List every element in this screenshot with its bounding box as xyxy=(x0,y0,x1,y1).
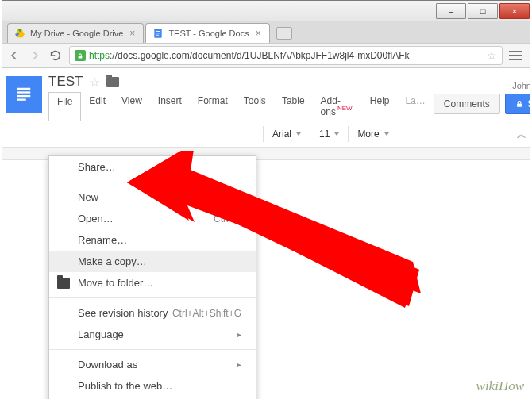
menu-file[interactable]: File xyxy=(48,92,81,121)
address-bar: https://docs.google.com/document/d/1UJBL… xyxy=(0,43,532,68)
menubar: File Edit View Insert Format Tools Table… xyxy=(48,92,434,121)
url-path: ://docs.google.com/document/d/1UJBLNfAAb… xyxy=(110,50,410,61)
window-titlebar: – □ × xyxy=(0,0,532,21)
window-minimize-button[interactable]: – xyxy=(436,3,466,19)
caret-down-icon xyxy=(296,132,301,136)
menu-item-language[interactable]: Language▸ xyxy=(49,324,256,345)
tab-docs[interactable]: TEST - Google Docs × xyxy=(145,23,269,43)
svg-rect-8 xyxy=(17,88,31,90)
tab-title: My Drive - Google Drive xyxy=(30,29,123,38)
menu-item-revision-history[interactable]: See revision historyCtrl+Alt+Shift+G xyxy=(49,302,256,324)
docs-header: TEST ☆ File Edit View Insert Format Tool… xyxy=(1,68,531,121)
caret-down-icon xyxy=(334,132,339,136)
menu-item-share[interactable]: Share… xyxy=(49,156,256,178)
svg-rect-10 xyxy=(17,95,31,97)
window-close-button[interactable]: × xyxy=(499,3,530,19)
menu-item-make-a-copy[interactable]: Make a copy… xyxy=(49,251,256,272)
menu-item-move-to-folder[interactable]: Move to folder… xyxy=(49,272,256,293)
folder-icon[interactable] xyxy=(106,77,119,87)
submenu-arrow-icon: ▸ xyxy=(237,330,241,339)
docs-logo[interactable] xyxy=(6,76,42,113)
comments-button[interactable]: Comments xyxy=(434,94,500,114)
shortcut-label: Ctrl+Alt+Shift+G xyxy=(172,308,241,319)
tab-close-icon[interactable]: × xyxy=(123,28,135,39)
menu-tools[interactable]: Tools xyxy=(236,92,274,121)
docs-app: TEST ☆ File Edit View Insert Format Tool… xyxy=(0,68,532,399)
lock-icon xyxy=(515,99,523,109)
menu-last-edit: La… xyxy=(397,92,433,121)
browser-tabs: My Drive - Google Drive × TEST - Google … xyxy=(0,21,532,43)
svg-rect-7 xyxy=(79,56,83,58)
menu-item-download-as[interactable]: Download as▸ xyxy=(49,354,256,375)
svg-rect-11 xyxy=(17,99,26,101)
menu-table[interactable]: Table xyxy=(274,92,313,121)
submenu-arrow-icon: ▸ xyxy=(237,193,241,201)
font-selector[interactable]: Arial xyxy=(267,128,306,140)
tab-close-icon[interactable]: × xyxy=(249,28,261,39)
shortcut-label: Ctrl+O xyxy=(214,213,241,224)
back-icon[interactable] xyxy=(7,48,21,63)
tab-title: TEST - Google Docs xyxy=(168,29,249,38)
star-icon[interactable]: ☆ xyxy=(89,75,100,90)
svg-rect-12 xyxy=(517,104,522,107)
share-button[interactable]: Share xyxy=(505,94,532,114)
file-menu-dropdown: Share… New▸ Open…Ctrl+O Rename… Make a c… xyxy=(48,155,256,399)
menu-item-open[interactable]: Open…Ctrl+O xyxy=(49,208,256,229)
menu-item-publish[interactable]: Publish to the web… xyxy=(49,375,256,397)
docs-toolbar: Arial 11 More ︽ xyxy=(1,121,531,148)
reload-icon[interactable] xyxy=(48,48,63,63)
tab-drive[interactable]: My Drive - Google Drive × xyxy=(7,23,144,43)
window-maximize-button[interactable]: □ xyxy=(468,3,498,19)
menu-addons[interactable]: Add-onsNEW! xyxy=(313,92,362,121)
menu-help[interactable]: Help xyxy=(362,92,398,121)
submenu-arrow-icon: ▸ xyxy=(237,360,241,369)
docs-favicon xyxy=(152,28,164,39)
user-name[interactable]: John Smith xyxy=(434,81,532,90)
menu-edit[interactable]: Edit xyxy=(81,92,114,121)
collapse-toolbar-icon[interactable]: ︽ xyxy=(517,128,526,141)
browser-menu-icon[interactable] xyxy=(509,48,525,63)
bookmark-star-icon[interactable]: ☆ xyxy=(487,49,497,62)
more-button[interactable]: More xyxy=(352,128,394,140)
lock-icon xyxy=(75,50,86,61)
new-tab-button[interactable] xyxy=(276,27,292,40)
url-input[interactable]: https://docs.google.com/document/d/1UJBL… xyxy=(69,46,503,65)
menu-item-rename[interactable]: Rename… xyxy=(49,229,256,251)
watermark: wikiHow xyxy=(476,378,524,394)
caret-down-icon xyxy=(384,132,389,136)
svg-rect-4 xyxy=(156,31,160,32)
svg-rect-9 xyxy=(17,91,31,93)
url-protocol: https xyxy=(89,50,110,61)
font-size-selector[interactable]: 11 xyxy=(314,128,345,140)
new-badge: NEW! xyxy=(337,105,354,112)
folder-icon xyxy=(57,278,70,289)
menu-insert[interactable]: Insert xyxy=(150,92,190,121)
menu-format[interactable]: Format xyxy=(190,92,236,121)
menu-item-new[interactable]: New▸ xyxy=(49,186,256,208)
forward-icon[interactable] xyxy=(28,48,42,63)
menu-view[interactable]: View xyxy=(114,92,150,121)
svg-rect-5 xyxy=(156,33,160,33)
svg-rect-6 xyxy=(156,35,159,36)
drive-favicon xyxy=(14,28,25,39)
document-title[interactable]: TEST xyxy=(48,74,83,90)
